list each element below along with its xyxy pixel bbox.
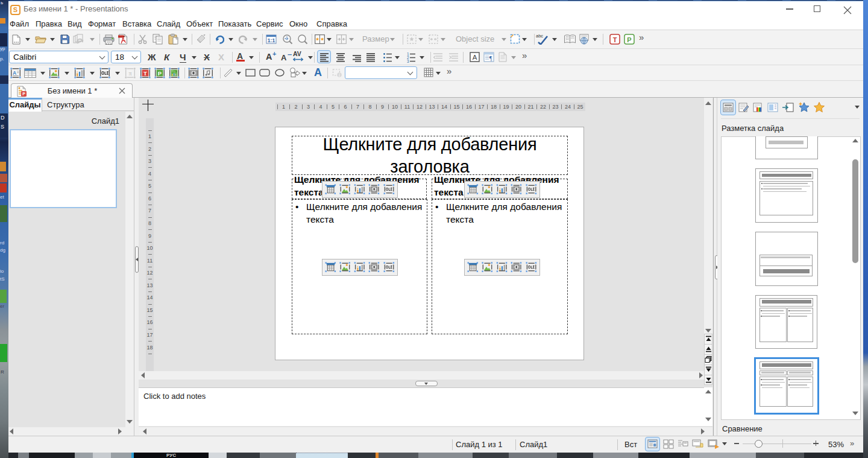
svg-text:¶: ¶ (489, 55, 492, 62)
svg-text:abc: abc (536, 33, 543, 39)
svg-text:3: 3 (407, 59, 409, 63)
svg-text:A: A (473, 54, 477, 61)
svg-text:AV: AV (293, 51, 301, 57)
svg-text:T: T (613, 36, 617, 43)
svg-text:A: A (13, 70, 16, 76)
svg-text:i: i (339, 72, 340, 78)
svg-text:T: T (143, 70, 147, 77)
svg-text:P: P (627, 36, 631, 43)
svg-text:P: P (158, 70, 162, 77)
svg-text:1:1: 1:1 (268, 37, 275, 43)
svg-text:π: π (128, 70, 131, 77)
